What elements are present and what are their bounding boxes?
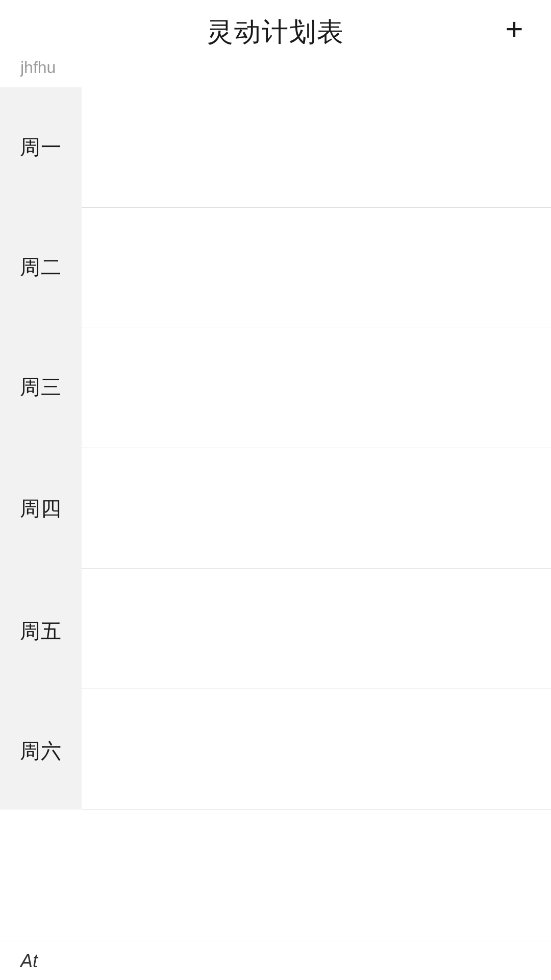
thursday-content[interactable] xyxy=(82,448,551,569)
tuesday-content[interactable] xyxy=(82,208,551,328)
day-label-monday: 周一 xyxy=(20,133,62,161)
sidebar-item-saturday: 周六 xyxy=(0,692,82,810)
saturday-content[interactable] xyxy=(82,689,551,810)
schedule-content[interactable] xyxy=(82,87,551,810)
subtitle: jhfhu xyxy=(0,58,551,87)
day-label-saturday: 周六 xyxy=(20,737,62,765)
sidebar-item-thursday: 周四 xyxy=(0,447,82,570)
day-label-tuesday: 周二 xyxy=(20,253,62,281)
monday-content[interactable] xyxy=(82,87,551,208)
bottom-bar: At xyxy=(0,942,551,980)
day-label-thursday: 周四 xyxy=(20,495,62,523)
header: 灵动计划表 + xyxy=(0,0,551,58)
sidebar-item-tuesday: 周二 xyxy=(0,207,82,327)
wednesday-content[interactable] xyxy=(82,328,551,449)
sidebar-item-monday: 周一 xyxy=(0,87,82,207)
day-label-friday: 周五 xyxy=(20,617,62,645)
day-label-wednesday: 周三 xyxy=(20,373,62,401)
sidebar-item-friday: 周五 xyxy=(0,570,82,692)
page-title: 灵动计划表 xyxy=(207,14,344,50)
add-button[interactable]: + xyxy=(498,13,531,45)
sidebar-item-wednesday: 周三 xyxy=(0,327,82,447)
day-sidebar: 周一 周二 周三 周四 周五 周六 xyxy=(0,87,82,810)
add-icon: + xyxy=(505,14,523,44)
friday-content[interactable] xyxy=(82,569,551,689)
schedule-grid: 周一 周二 周三 周四 周五 周六 xyxy=(0,87,551,810)
bottom-text: At xyxy=(20,950,38,971)
